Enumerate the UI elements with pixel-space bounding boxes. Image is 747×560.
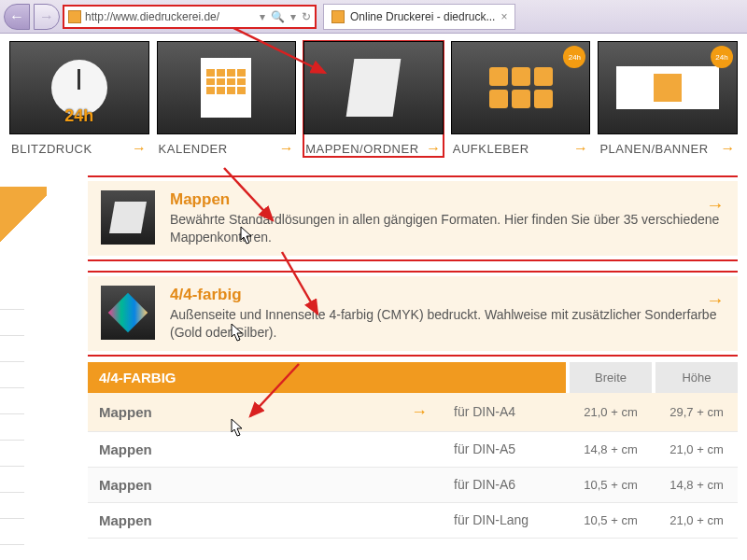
row-format: für DIN-Lang bbox=[454, 512, 566, 527]
card-thumb bbox=[101, 190, 155, 245]
back-icon: ← bbox=[9, 8, 24, 25]
row-name: Mappen bbox=[99, 477, 152, 493]
banner-icon bbox=[616, 66, 719, 109]
table-row[interactable]: Mappen für DIN-A6 10,5 + cm 14,8 + cm bbox=[88, 468, 738, 503]
col-width: Breite bbox=[570, 362, 652, 393]
arrow-icon: → bbox=[706, 194, 725, 216]
table-row[interactable]: Mappen→ für DIN-A4 21,0 + cm 29,7 + cm bbox=[88, 393, 738, 432]
forward-button[interactable]: → bbox=[34, 4, 60, 30]
tab-title: Online Druckerei - diedruck... bbox=[350, 10, 495, 23]
badge-24h-icon: 24h bbox=[563, 46, 585, 68]
refresh-icon[interactable]: ↻ bbox=[302, 10, 311, 23]
category-planen-banner[interactable]: 24h PLANEN/BANNER→ bbox=[598, 41, 738, 157]
category-kalender[interactable]: KALENDER→ bbox=[157, 41, 297, 157]
row-height: 14,8 + cm bbox=[655, 478, 738, 492]
category-mappen-ordner[interactable]: MAPPEN/ORDNER→ bbox=[303, 41, 444, 157]
row-format: für DIN-A5 bbox=[454, 441, 566, 456]
table-heading: 4/4-FARBIG bbox=[88, 362, 566, 393]
card-desc: Außenseite und Innenseite 4-farbig (CMYK… bbox=[170, 306, 725, 342]
folder-icon bbox=[109, 202, 147, 233]
row-name: Mappen bbox=[99, 441, 152, 457]
row-height: 21,0 + cm bbox=[655, 513, 738, 527]
badge-24h-icon: 24h bbox=[711, 46, 733, 68]
category-label: KALENDER bbox=[159, 142, 228, 156]
url-text: http://www.diedruckerei.de/ bbox=[85, 10, 219, 23]
product-table: 4/4-FARBIG Breite Höhe Mappen→ für DIN-A… bbox=[88, 362, 738, 539]
table-row[interactable]: Mappen für DIN-Lang 10,5 + cm 21,0 + cm bbox=[88, 503, 738, 539]
cursor-icon bbox=[228, 323, 245, 343]
card-title: 4/4-farbig bbox=[170, 286, 725, 304]
favicon-icon bbox=[68, 10, 81, 23]
color-icon bbox=[108, 293, 148, 332]
table-header: 4/4-FARBIG Breite Höhe bbox=[88, 362, 738, 393]
category-row: 24h BLITZDRUCK→ KALENDER→ MAPPEN/ORDNER→… bbox=[0, 34, 747, 157]
table-row[interactable]: Mappen für DIN-A5 14,8 + cm 21,0 + cm bbox=[88, 432, 738, 468]
search-dropdown-icon[interactable]: ▾ bbox=[290, 10, 296, 23]
calendar-icon bbox=[201, 58, 251, 118]
arrow-icon: → bbox=[411, 402, 428, 422]
row-name: Mappen bbox=[99, 404, 152, 420]
badge-24h-text: 24h bbox=[64, 106, 93, 126]
card-mappen-wrap: Mappen Bewährte Standardlösungen in alle… bbox=[88, 175, 738, 261]
category-label: AUFKLEBER bbox=[453, 142, 529, 156]
cursor-icon bbox=[228, 418, 245, 439]
arrow-icon: → bbox=[706, 289, 725, 311]
row-format: für DIN-A6 bbox=[454, 477, 566, 492]
browser-chrome: ← → http://www.diedruckerei.de/ ▾ 🔍 ▾ ↻ … bbox=[0, 0, 747, 34]
card-title: Mappen bbox=[170, 190, 725, 209]
url-dropdown-icon[interactable]: ▾ bbox=[260, 10, 265, 23]
back-button[interactable]: ← bbox=[4, 4, 30, 30]
row-width: 14,8 + cm bbox=[570, 442, 652, 456]
browser-tab[interactable]: Online Druckerei - diedruck... × bbox=[323, 4, 515, 30]
category-label: PLANEN/BANNER bbox=[599, 142, 708, 156]
category-label: BLITZDRUCK bbox=[11, 142, 92, 156]
card-mappen[interactable]: Mappen Bewährte Standardlösungen in alle… bbox=[88, 181, 738, 256]
address-bar[interactable]: http://www.diedruckerei.de/ ▾ 🔍 ▾ ↻ bbox=[63, 6, 316, 28]
category-aufkleber[interactable]: 24h AUFKLEBER→ bbox=[451, 41, 591, 157]
tab-favicon-icon bbox=[331, 10, 345, 23]
sidebar-lines bbox=[0, 284, 24, 545]
card-44farbig-wrap: 4/4-farbig Außenseite und Innenseite 4-f… bbox=[88, 271, 738, 357]
row-width: 10,5 + cm bbox=[570, 513, 652, 527]
row-width: 10,5 + cm bbox=[570, 478, 652, 492]
folder-icon bbox=[346, 59, 402, 117]
close-icon[interactable]: × bbox=[500, 10, 507, 23]
arrow-icon: → bbox=[279, 140, 295, 157]
forward-icon: → bbox=[39, 8, 54, 25]
card-44farbig[interactable]: 4/4-farbig Außenseite und Innenseite 4-f… bbox=[88, 276, 738, 351]
sidebar-fragment bbox=[0, 187, 47, 252]
arrow-icon: → bbox=[720, 140, 736, 157]
row-height: 21,0 + cm bbox=[655, 442, 738, 456]
arrow-icon: → bbox=[132, 140, 148, 157]
category-blitzdruck[interactable]: 24h BLITZDRUCK→ bbox=[9, 41, 149, 157]
cursor-icon bbox=[237, 226, 254, 246]
row-width: 21,0 + cm bbox=[570, 405, 652, 419]
stickers-icon bbox=[489, 67, 553, 108]
arrow-icon: → bbox=[573, 140, 589, 157]
card-thumb bbox=[101, 286, 155, 340]
category-label: MAPPEN/ORDNER bbox=[305, 142, 418, 156]
row-format: für DIN-A4 bbox=[454, 404, 566, 419]
row-name: Mappen bbox=[99, 512, 152, 528]
col-height: Höhe bbox=[655, 362, 738, 393]
row-height: 29,7 + cm bbox=[655, 405, 738, 419]
search-icon[interactable]: 🔍 bbox=[271, 10, 285, 23]
arrow-icon: → bbox=[426, 140, 442, 157]
